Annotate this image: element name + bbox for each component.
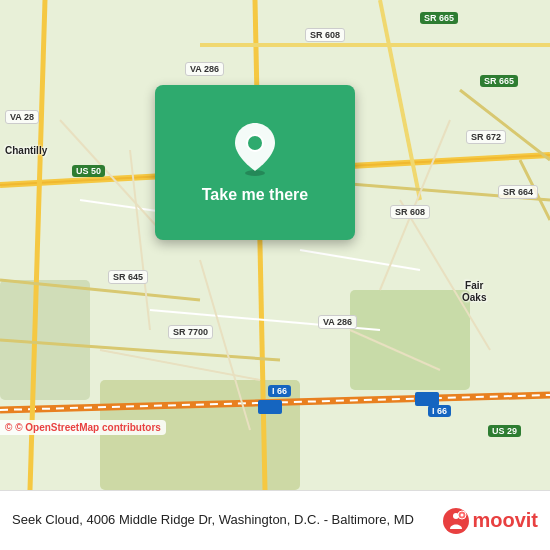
moovit-logo: moovit <box>442 507 538 535</box>
moovit-icon <box>442 507 470 535</box>
svg-rect-0 <box>0 0 550 490</box>
svg-point-35 <box>461 513 464 516</box>
svg-line-23 <box>400 200 490 350</box>
road-label-sr665-top: SR 665 <box>420 12 458 24</box>
svg-line-8 <box>0 395 550 410</box>
svg-line-7 <box>0 395 550 410</box>
road-label-sr608-mid: SR 608 <box>390 205 430 219</box>
road-label-va286-bot: VA 286 <box>318 315 357 329</box>
svg-line-13 <box>0 280 200 300</box>
road-label-va28: VA 28 <box>5 110 39 124</box>
address-text: Seek Cloud, 4006 Middle Ridge Dr, Washin… <box>12 512 442 529</box>
road-label-sr665-right: SR 665 <box>480 75 518 87</box>
road-label-sr7700: SR 7700 <box>168 325 213 339</box>
bottom-bar: Seek Cloud, 4006 Middle Ridge Dr, Washin… <box>0 490 550 550</box>
road-label-i66: I 66 <box>268 385 291 397</box>
svg-line-14 <box>460 90 550 160</box>
take-me-there-card[interactable]: Take me there <box>155 85 355 240</box>
road-label-va286-top: VA 286 <box>185 62 224 76</box>
road-label-sr664: SR 664 <box>498 185 538 199</box>
location-pin-icon <box>231 121 279 176</box>
svg-rect-29 <box>415 392 439 406</box>
road-label-sr672: SR 672 <box>466 130 506 144</box>
svg-line-24 <box>200 260 250 430</box>
road-label-i66-right: I 66 <box>428 405 451 417</box>
svg-line-19 <box>300 250 420 270</box>
place-label-fair-oaks: FairOaks <box>462 280 486 304</box>
take-me-there-label: Take me there <box>202 186 308 204</box>
road-label-us50: US 50 <box>72 165 105 177</box>
svg-rect-1 <box>350 290 470 390</box>
moovit-brand-text: moovit <box>472 509 538 532</box>
svg-line-22 <box>130 150 150 330</box>
map-attribution: © © OpenStreetMap contributors <box>0 420 166 435</box>
place-label-chantilly: Chantilly <box>5 145 47 156</box>
svg-rect-2 <box>0 280 90 400</box>
svg-point-31 <box>247 135 263 151</box>
svg-line-6 <box>255 0 265 490</box>
road-label-sr645: SR 645 <box>108 270 148 284</box>
road-label-us29: US 29 <box>488 425 521 437</box>
svg-rect-28 <box>258 400 282 414</box>
svg-line-11 <box>30 0 45 490</box>
svg-line-20 <box>100 350 260 380</box>
svg-line-12 <box>0 340 280 360</box>
svg-line-21 <box>350 330 440 370</box>
map-container: SR 665 SR 665 VA 286 SR 608 SR 608 US 50… <box>0 0 550 490</box>
road-label-sr608-top: SR 608 <box>305 28 345 42</box>
svg-line-10 <box>380 0 420 200</box>
